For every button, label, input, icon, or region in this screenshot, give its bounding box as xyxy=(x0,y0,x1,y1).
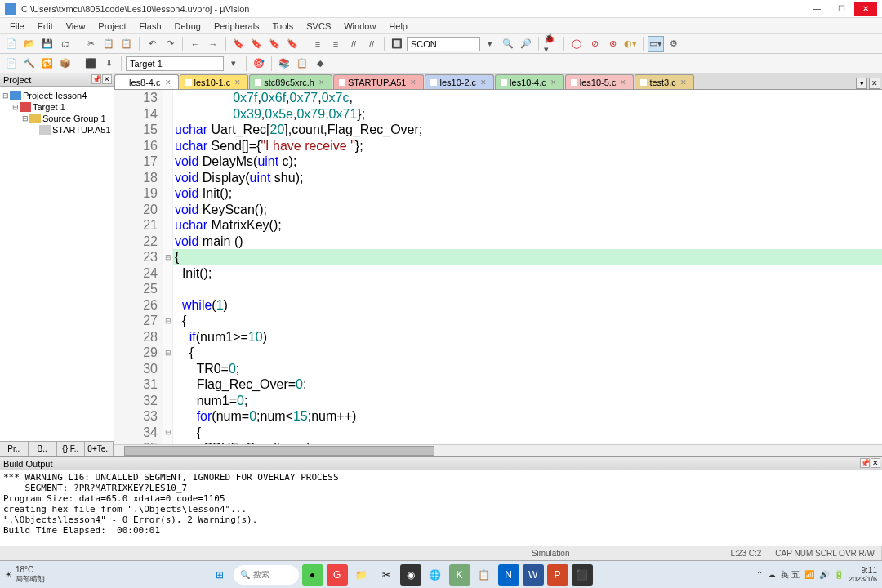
nav-fwd-button[interactable] xyxy=(205,36,221,52)
redo-button[interactable] xyxy=(162,36,178,52)
file-ext-button[interactable]: 📋 xyxy=(294,56,310,72)
taskbar-weather[interactable]: ☀ 18°C 局部晴朗 xyxy=(5,565,45,585)
nav-back-button[interactable] xyxy=(187,36,203,52)
uncomment-button[interactable]: // xyxy=(363,36,380,52)
file-tab-close[interactable]: ✕ xyxy=(550,78,557,87)
taskbar-app-1[interactable]: ● xyxy=(302,564,323,586)
paste-button[interactable] xyxy=(118,36,135,52)
bookmark-prev-button[interactable] xyxy=(248,36,265,52)
file-tab-close[interactable]: ✕ xyxy=(410,78,416,87)
menu-svcs[interactable]: SVCS xyxy=(300,21,337,31)
taskbar-app-6[interactable]: 📋 xyxy=(474,564,495,586)
menu-edit[interactable]: Edit xyxy=(31,21,60,31)
file-tab-close[interactable]: ✕ xyxy=(234,78,241,87)
comment-button[interactable]: // xyxy=(345,36,362,52)
tray-ime[interactable]: 英 五 xyxy=(781,569,800,581)
new-button[interactable] xyxy=(3,36,20,52)
find-input[interactable] xyxy=(407,37,480,51)
file-tab-close[interactable]: ✕ xyxy=(620,78,626,87)
file-tab-close[interactable]: ✕ xyxy=(480,78,487,87)
outdent-button[interactable]: ≡ xyxy=(327,36,344,52)
bookmark-next-button[interactable] xyxy=(266,36,283,52)
file-tab-les8-4-c[interactable]: les8-4.c✕ xyxy=(114,74,179,89)
save-button[interactable] xyxy=(39,36,56,52)
stop-build-button[interactable]: ⬛ xyxy=(82,56,99,72)
find-dropdown[interactable]: ▾ xyxy=(482,36,498,52)
menu-debug[interactable]: Debug xyxy=(168,21,207,31)
tree-group[interactable]: Source Group 1 xyxy=(42,114,106,123)
project-tab-0[interactable]: Pr.. xyxy=(0,442,29,456)
taskbar-search[interactable]: 🔍搜索 xyxy=(234,565,299,585)
breakpoint-kill-button[interactable]: ⊗ xyxy=(604,36,621,52)
tray-onedrive-icon[interactable]: ☁ xyxy=(768,570,776,579)
project-tab-1[interactable]: B.. xyxy=(29,442,57,456)
tray-battery-icon[interactable]: 🔋 xyxy=(834,570,844,579)
project-pane-close[interactable]: ✕ xyxy=(102,74,112,84)
project-pane-pin[interactable]: 📌 xyxy=(91,74,101,84)
code-editor[interactable]: 1314151617181920212223242526272829303132… xyxy=(114,90,882,444)
copy-button[interactable] xyxy=(100,36,117,52)
menu-flash[interactable]: Flash xyxy=(133,21,168,31)
file-tab-test3-c[interactable]: test3.c✕ xyxy=(635,74,693,89)
code-content[interactable]: 0x7f,0x6f,0x77,0x7c, 0x39,0x5e,0x79,0x71… xyxy=(173,90,882,444)
tray-chevron[interactable]: ⌃ xyxy=(756,570,763,579)
taskbar-word[interactable]: W xyxy=(523,564,544,586)
tabbar-menu[interactable]: ▾ xyxy=(856,78,867,89)
file-tab-les10-1-c[interactable]: les10-1.c✕ xyxy=(180,74,249,89)
build-button[interactable]: 🔨 xyxy=(21,56,38,72)
debug-button[interactable]: 🐞▾ xyxy=(543,36,559,52)
taskbar-app-3[interactable]: ✂ xyxy=(376,564,397,586)
find-button[interactable] xyxy=(500,36,516,52)
fold-column[interactable]: ⊟⊟⊟⊟ xyxy=(163,90,173,444)
menu-file[interactable]: File xyxy=(3,21,31,31)
taskbar-app-2[interactable]: G xyxy=(327,564,348,586)
open-button[interactable] xyxy=(21,36,38,52)
menu-peripherals[interactable]: Peripherals xyxy=(207,21,266,31)
project-tab-3[interactable]: 0+Te.. xyxy=(85,442,114,456)
download-button[interactable]: ⬇ xyxy=(100,56,117,72)
menu-tools[interactable]: Tools xyxy=(266,21,301,31)
save-all-button[interactable] xyxy=(57,36,74,52)
file-tab-close[interactable]: ✕ xyxy=(318,78,325,87)
taskbar-app-7[interactable]: N xyxy=(498,564,519,586)
bookmark-clear-button[interactable] xyxy=(284,36,301,52)
file-tab-STARTUP-A51[interactable]: STARTUP.A51✕ xyxy=(333,74,425,89)
find-scope-icon[interactable]: 🔲 xyxy=(389,36,405,52)
manage-rte-button[interactable]: ◆ xyxy=(312,56,328,72)
translate-button[interactable]: 📄 xyxy=(3,56,20,72)
find-in-files-button[interactable]: 🔎 xyxy=(518,36,534,52)
start-button[interactable]: ⊞ xyxy=(209,564,230,586)
window-layout-button[interactable]: ▭▾ xyxy=(648,36,664,52)
file-tab-close[interactable]: ✕ xyxy=(165,78,172,87)
taskbar-ppt[interactable]: P xyxy=(547,564,568,586)
tree-target[interactable]: Target 1 xyxy=(33,102,65,112)
taskbar-app-8[interactable]: ⬛ xyxy=(572,564,593,586)
tray-volume-icon[interactable]: 🔊 xyxy=(819,570,829,579)
build-pane-pin[interactable]: 📌 xyxy=(860,458,870,468)
minimize-button[interactable]: — xyxy=(805,2,828,16)
indent-button[interactable]: ≡ xyxy=(310,36,326,52)
rebuild-button[interactable]: 🔁 xyxy=(39,56,56,72)
tree-project[interactable]: Project: lesson4 xyxy=(23,91,87,100)
batch-build-button[interactable]: 📦 xyxy=(57,56,74,72)
taskbar-keil[interactable]: K xyxy=(449,564,470,586)
project-tree[interactable]: ⊟Project: lesson4 ⊟Target 1 ⊟Source Grou… xyxy=(0,87,114,441)
cut-button[interactable] xyxy=(82,36,99,52)
file-tab-les10-4-c[interactable]: les10-4.c✕ xyxy=(495,74,564,89)
file-tab-les10-5-c[interactable]: les10-5.c✕ xyxy=(565,74,635,89)
breakpoint-button[interactable]: ◯ xyxy=(568,36,585,52)
build-output-text[interactable]: *** WARNING L16: UNCALLED SEGMENT, IGNOR… xyxy=(0,470,882,546)
tray-time[interactable]: 9:11 xyxy=(849,566,877,575)
undo-button[interactable] xyxy=(144,36,160,52)
bookmark-button[interactable] xyxy=(230,36,247,52)
menu-window[interactable]: Window xyxy=(337,21,382,31)
taskbar-app-5[interactable]: 🌐 xyxy=(425,564,446,586)
project-tab-2[interactable]: {} F.. xyxy=(57,442,86,456)
close-button[interactable]: ✕ xyxy=(854,2,877,16)
menu-project[interactable]: Project xyxy=(91,21,132,31)
maximize-button[interactable]: ☐ xyxy=(830,2,853,16)
tabbar-close-all[interactable]: ✕ xyxy=(869,78,880,89)
editor-hscrollbar[interactable] xyxy=(114,444,882,456)
menu-help[interactable]: Help xyxy=(382,21,414,31)
breakpoint-disable-button[interactable]: ⊘ xyxy=(586,36,603,52)
